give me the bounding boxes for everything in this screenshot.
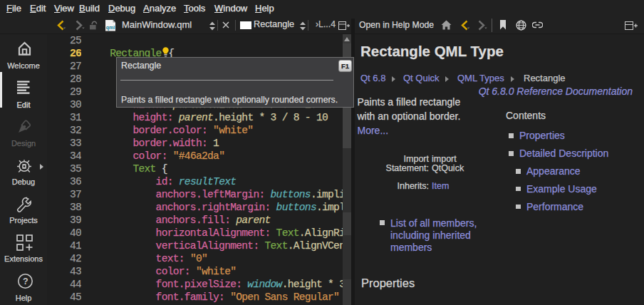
svg-text:?: ?: [23, 276, 28, 286]
svg-text:qml: qml: [106, 25, 115, 31]
